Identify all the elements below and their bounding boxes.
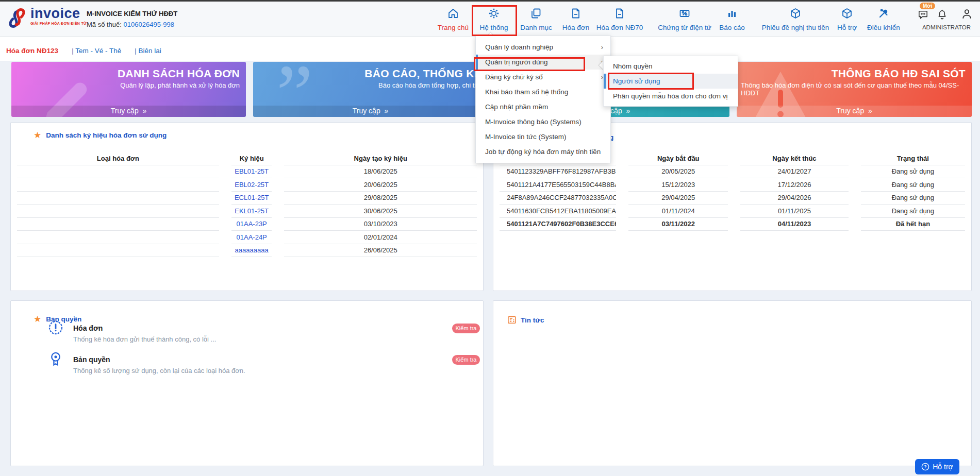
brand-tagline: GIẢI PHÁP HÓA ĐƠN ĐIỆN TỬ: [30, 22, 87, 25]
symbol-link[interactable]: ECL01-25T: [235, 194, 269, 201]
symbol-link[interactable]: 01AA-24P: [237, 233, 267, 241]
logo[interactable]: invoice GIẢI PHÁP HÓA ĐƠN ĐIỆN TỬ: [6, 6, 87, 30]
menu-item-6[interactable]: M-Invoice thông báo (Systems): [476, 114, 610, 129]
symbol-link[interactable]: EBL01-25T: [235, 167, 269, 175]
banner-cta[interactable]: Truy cập »: [11, 106, 246, 117]
banner-card-1[interactable]: DANH SÁCH HÓA ĐƠNQuản lý lập, phát hành …: [11, 62, 246, 117]
symbol-panel-title: Danh sách ký hiệu hóa đơn sử dụng: [46, 131, 167, 139]
symbol-table-row: EBL01-25T18/06/2025: [11, 165, 483, 179]
symbol-table-row: ECL01-25T29/08/2025: [11, 192, 483, 205]
new-badge: Mới: [920, 3, 935, 9]
logo-mark-icon: [6, 6, 28, 30]
breadcrumb-item-3[interactable]: | Biên lai: [135, 47, 161, 55]
table-header-row: Loại hóa đơnKý hiệuNgày tạo ký hiệu: [11, 152, 483, 165]
banner-card-2[interactable]: ”BÁO CÁO, THỐNG KÊBáo cáo hóa đơn tổng h…: [253, 62, 488, 117]
submenu-item-3[interactable]: Phân quyền mẫu hóa đơn cho đơn vị: [604, 89, 738, 104]
license-item-desc: Thống kê hóa đơn gửi thuế thành công, có…: [73, 335, 216, 343]
license-item-desc: Thống kê số lượng sử dụng, còn lại của c…: [73, 367, 245, 375]
license-item-title: Hóa đơn: [73, 324, 216, 332]
company-info: M-INVOICE KIỂM THỬ HĐĐT Mã số thuế: 0106…: [87, 10, 177, 28]
certificate-table-row: 5401121A7C7497602F0B38E3CCE6C03/11/20220…: [493, 218, 971, 231]
question-circle-icon: ?: [921, 463, 929, 471]
annotation-box-nguoi-su-dung: [608, 73, 694, 90]
tax-line: Mã số thuế: 0106026495-998: [87, 21, 177, 28]
banner-subtitle: Thông báo hóa đơn điện tử có sai sót đến…: [737, 80, 972, 97]
certificate-table-row: 54011630FCB5412EBA11805009EA4F01/11/2024…: [493, 205, 971, 218]
symbol-table-row: aaaaaaaaa26/06/2025: [11, 244, 483, 258]
menu-item-1[interactable]: Quản lý doanh nghiệp›: [476, 40, 610, 55]
submenu-arrow-icon: ›: [601, 43, 603, 51]
chat-icon[interactable]: [917, 9, 929, 21]
news-panel: Tin tức: [493, 300, 972, 466]
symbol-link[interactable]: EBL02-25T: [235, 181, 269, 189]
breadcrumb-item-2[interactable]: | Tem - Vé - Thẻ: [72, 47, 121, 55]
support-button[interactable]: ? Hỗ trợ: [915, 459, 959, 474]
symbol-table-row: EBL02-25T20/06/2025: [11, 178, 483, 192]
window-top-strip: [0, 0, 980, 2]
menu-item-8[interactable]: Job tự động ký hóa đơn máy tính tiền: [476, 144, 610, 159]
menu-item-7[interactable]: M-Invoice tin tức (System): [476, 129, 610, 144]
banner-card-4[interactable]: THÔNG BÁO HĐ SAI SÓTThông báo hóa đơn đi…: [737, 62, 972, 117]
submenu-item-1[interactable]: Nhóm quyền: [604, 59, 738, 74]
menu-item-5[interactable]: Cập nhật phần mềm: [476, 99, 610, 114]
nav-item-10[interactable]: Điều khiển: [845, 7, 922, 31]
banner-cta[interactable]: Truy cập »: [737, 106, 972, 117]
news-panel-title: Tin tức: [521, 316, 544, 324]
banner-title: DANH SÁCH HÓA ĐƠN: [11, 62, 246, 80]
badge-alert-icon: [47, 319, 64, 336]
license-item-1: Hóa đơnThống kê hóa đơn gửi thuế thành c…: [47, 319, 216, 343]
tax-code: 0106026495-998: [124, 21, 174, 28]
brand-name: invoice: [30, 6, 87, 21]
certificate-table-row: 5401123329ABFF76F812987AFB3BDD20/05/2025…: [493, 165, 971, 179]
certificate-table-row: 24F8A89A246CCF24877032335A0CCI29/04/2025…: [493, 192, 971, 205]
banner-subtitle: Báo cáo hóa đơn tổng hợp, chi tiết: [253, 80, 488, 89]
support-button-label: Hỗ trợ: [933, 463, 953, 471]
svg-text:?: ?: [924, 464, 927, 469]
menu-item-3[interactable]: Đăng ký chữ ký số›: [476, 70, 610, 84]
banner-title: BÁO CÁO, THỐNG KÊ: [253, 62, 488, 80]
breadcrumb-item-1[interactable]: Hóa đơn NĐ123: [6, 47, 58, 55]
star-icon: ★: [34, 315, 41, 324]
system-dropdown-menu: Quản lý doanh nghiệp›Quản trị người dùng…: [475, 36, 611, 163]
license-item-2: Bản quyềnThống kê số lượng sử dụng, còn …: [47, 350, 245, 375]
annotation-box-quan-tri-nguoi-dung: [474, 57, 585, 71]
symbol-table-row: 01AA-24P02/01/2024: [11, 231, 483, 244]
news-icon: [507, 315, 517, 325]
company-name: M-INVOICE KIỂM THỬ HĐĐT: [87, 10, 177, 18]
tools-icon: [845, 7, 922, 21]
license-item-title: Bản quyền: [73, 355, 245, 364]
menu-item-4[interactable]: Khai báo tham số hệ thống: [476, 84, 610, 99]
symbol-link[interactable]: 01AA-23P: [237, 220, 267, 228]
license-panel: ★ Bản quyền Hóa đơnThống kê hóa đơn gửi …: [10, 300, 484, 466]
check-button[interactable]: Kiểm tra: [452, 324, 480, 333]
symbol-table-row: 01AA-23P03/10/2023: [11, 218, 483, 231]
symbol-list-panel: ★ Danh sách ký hiệu hóa đơn sử dụng Loại…: [10, 122, 484, 291]
breadcrumb: Hóa đơn NĐ123| Tem - Vé - Thẻ| Biên lai: [6, 47, 161, 55]
person-icon[interactable]: [960, 8, 973, 21]
check-button[interactable]: Kiểm tra: [452, 355, 480, 365]
annotation-box-he-thong: [472, 5, 517, 36]
bell-icon[interactable]: [936, 9, 948, 21]
symbol-link[interactable]: EKL01-25T: [235, 207, 269, 215]
symbol-table-row: EKL01-25T30/06/2025: [11, 205, 483, 218]
star-icon: ★: [34, 131, 41, 140]
admin-username[interactable]: ADMINISTRATOR: [918, 24, 975, 30]
certificate-table-row: 5401121A4177E565503159C44B8BAF15/12/2023…: [493, 178, 971, 192]
banner-cta[interactable]: Truy cập »: [253, 106, 488, 117]
symbol-link[interactable]: aaaaaaaaa: [235, 246, 269, 254]
banner-title: THÔNG BÁO HĐ SAI SÓT: [737, 62, 972, 80]
banner-subtitle: Quản lý lập, phát hành và xử lý hóa đơn: [11, 80, 246, 89]
medal-icon: [47, 350, 64, 368]
